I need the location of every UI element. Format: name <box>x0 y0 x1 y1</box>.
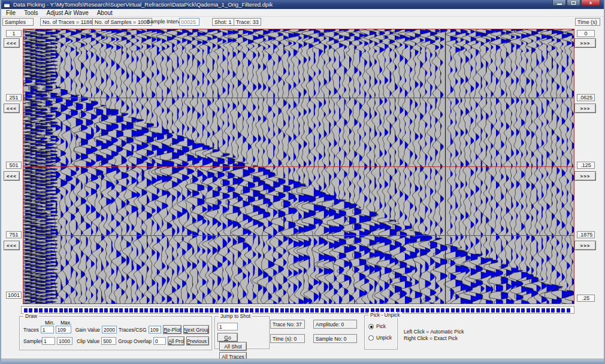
pick-marker <box>416 308 419 313</box>
replot-button[interactable]: Re-Plot <box>163 325 182 334</box>
pick-marker <box>441 308 444 313</box>
draw-group: Draw Min. Max. Traces Gain Value Traces/… <box>19 316 212 350</box>
time-tick-125: .125 <box>577 162 595 169</box>
all-shot-button[interactable]: All Shot <box>219 342 247 351</box>
unpick-radio-label: Unpick <box>376 335 392 341</box>
pick-radio-dot <box>368 324 374 329</box>
pick-marker <box>501 308 505 313</box>
traces-label: Traces <box>23 327 39 333</box>
pick-marker <box>34 308 38 313</box>
pick-marker <box>431 308 434 313</box>
pick-marker <box>556 308 560 313</box>
max-header: Max. <box>60 320 71 326</box>
pick-marker <box>64 308 68 313</box>
sample-interval-input[interactable] <box>179 18 199 26</box>
shot-indicator: Shot: 1 <box>212 18 234 26</box>
pick-marker <box>275 308 279 313</box>
scroll-left-button-2[interactable]: <<< <box>4 104 20 113</box>
scroll-left-button-3[interactable]: <<< <box>4 171 20 181</box>
sample-tick-251: 251 <box>6 94 22 101</box>
time-tick-0: 0 <box>577 30 595 37</box>
pick-marker <box>496 308 500 313</box>
pick-marker <box>235 308 238 313</box>
window-bottom-border <box>1 359 604 364</box>
scroll-right-button-1[interactable]: >>> <box>574 38 596 48</box>
previous-group-button[interactable]: Previous Group <box>186 336 209 345</box>
pick-marker <box>551 308 555 313</box>
pick-marker <box>325 308 329 313</box>
seismic-canvas[interactable] <box>23 29 574 304</box>
pick-marker <box>280 308 284 313</box>
pick-marker <box>521 308 525 313</box>
control-panel: Draw Min. Max. Traces Gain Value Traces/… <box>1 316 604 356</box>
info-toolbar: Samples No. of Traces = 11881 No. of Sam… <box>1 17 604 27</box>
go-button[interactable]: Go <box>217 333 238 342</box>
pick-marker <box>140 308 143 313</box>
minimize-button[interactable] <box>552 0 566 6</box>
menu-tools[interactable]: Tools <box>24 10 38 16</box>
pick-marker <box>245 308 249 313</box>
group-overlap-label: Group Overlap <box>118 338 152 344</box>
title-bar[interactable]: Data Picking - Y:\MyTomofs\Research\Supe… <box>1 0 604 9</box>
menu-adjust-air-wave[interactable]: Adjust Air Wave <box>46 10 88 16</box>
traces-max-input[interactable] <box>56 326 71 333</box>
traces-min-input[interactable] <box>41 326 54 333</box>
pick-marker <box>421 308 424 313</box>
click-hints: Left Click = Automatic Pick Right Click … <box>404 329 464 342</box>
plot-region: 1 251 501 751 1001 <<< <<< <<< <<< 0 .06… <box>1 27 604 316</box>
pick-marker <box>165 308 168 313</box>
window-title: Data Picking - Y:\MyTomofs\Research\Supe… <box>13 1 273 8</box>
gain-value-label: Gain Value <box>75 327 100 333</box>
maximize-button[interactable] <box>567 0 580 6</box>
scroll-right-button-4[interactable]: >>> <box>574 241 596 250</box>
pick-marker <box>125 308 128 313</box>
sample-tick-1: 1 <box>6 30 22 37</box>
pick-marker <box>295 308 299 313</box>
pick-marker <box>481 308 485 313</box>
clip-value-label: Clip Value <box>77 338 99 344</box>
pick-marker <box>310 308 314 313</box>
pick-marker <box>180 308 183 313</box>
pick-marker <box>331 308 334 313</box>
samples-count-box: No. of Samples = 1000 <box>92 18 152 26</box>
right-click-hint: Right Click = Exact Pick <box>404 335 464 342</box>
time-tick-1875: .1875 <box>577 231 595 238</box>
pick-marker <box>265 308 268 313</box>
pick-radio[interactable]: Pick <box>368 323 397 329</box>
pick-marker <box>531 308 535 313</box>
scroll-left-button-4[interactable]: <<< <box>4 241 20 250</box>
pick-marker <box>466 308 470 313</box>
window-controls: x <box>552 0 600 6</box>
samples-min-input[interactable] <box>42 337 55 345</box>
sample-no-status: Sample No: 0 <box>313 334 357 343</box>
all-profile-button[interactable]: All Profile <box>168 336 184 345</box>
pick-marker <box>506 308 510 313</box>
group-overlap-input[interactable] <box>153 337 166 345</box>
close-button[interactable]: x <box>581 0 600 6</box>
pick-marker <box>215 308 219 313</box>
unpick-radio[interactable]: Unpick <box>368 335 397 341</box>
pick-marker <box>561 308 565 313</box>
pick-marker <box>411 308 415 313</box>
pick-marker <box>406 308 409 313</box>
pick-marker <box>74 308 78 313</box>
pick-marker <box>426 308 429 313</box>
pick-marker <box>54 308 58 313</box>
pick-marker <box>471 308 474 313</box>
scroll-right-button-3[interactable]: >>> <box>574 171 596 181</box>
menu-about[interactable]: About <box>97 10 113 16</box>
scroll-left-button-1[interactable]: <<< <box>4 38 20 48</box>
gain-value-input[interactable] <box>102 326 117 333</box>
clip-value-input[interactable] <box>101 337 116 345</box>
jump-shot-input[interactable] <box>217 323 238 330</box>
samples-max-input[interactable] <box>57 337 72 345</box>
pick-marker <box>542 308 545 313</box>
pick-marker <box>260 308 264 313</box>
next-group-button[interactable]: Next Group <box>183 325 209 334</box>
traces-csg-input[interactable] <box>149 326 161 333</box>
sample-tick-751: 751 <box>6 231 22 238</box>
menu-file[interactable]: File <box>6 10 16 16</box>
scroll-right-button-2[interactable]: >>> <box>574 104 596 113</box>
time-tick-25: .25 <box>577 295 595 302</box>
pick-marker <box>134 308 138 313</box>
